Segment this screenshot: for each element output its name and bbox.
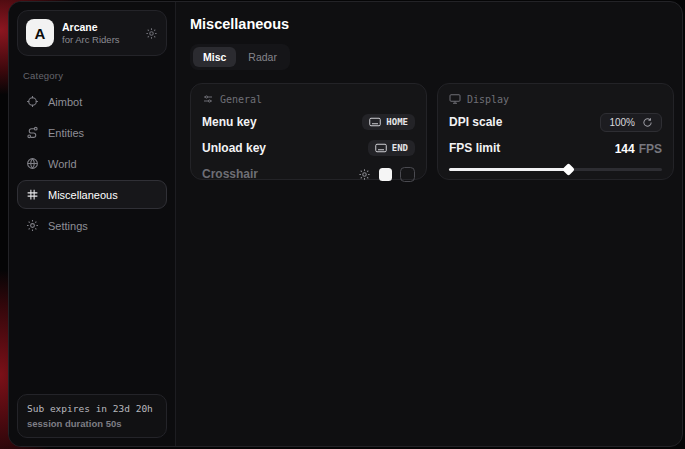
refresh-icon — [642, 117, 653, 128]
slider-fill — [449, 168, 568, 171]
sidebar: A Arcane for Arc Riders Category — [9, 2, 176, 446]
sidebar-item-aimbot[interactable]: Aimbot — [17, 87, 167, 116]
slider-thumb[interactable] — [562, 163, 575, 176]
app-window: A Arcane for Arc Riders Category — [8, 1, 683, 447]
brand-text: Arcane for Arc Riders — [62, 21, 137, 45]
unload-key-row: Unload key END — [202, 139, 415, 157]
general-card-title: General — [220, 94, 262, 105]
tab-radar[interactable]: Radar — [238, 47, 287, 67]
tab-bar: Misc Radar — [190, 44, 290, 70]
gear-icon — [26, 219, 39, 232]
display-card-title: Display — [467, 94, 509, 105]
unload-key-label: Unload key — [202, 141, 266, 155]
menu-key-label: Menu key — [202, 115, 257, 129]
crosshair-color-swatch[interactable] — [379, 168, 392, 181]
dpi-scale-label: DPI scale — [449, 115, 502, 129]
menu-key-value: HOME — [386, 117, 408, 127]
fps-limit-value: 144 — [615, 142, 635, 156]
dpi-scale-select[interactable]: 100% — [600, 113, 662, 132]
app-title: Arcane — [62, 21, 137, 33]
crosshair-checkbox[interactable] — [400, 167, 415, 182]
sliders-icon — [202, 93, 214, 105]
main-content: Miscellaneous Misc Radar General — [176, 2, 683, 446]
session-duration-text: session duration 50s — [27, 418, 157, 429]
sidebar-item-label: Settings — [48, 220, 88, 232]
gear-icon[interactable] — [145, 27, 158, 40]
crosshair-settings-gear-icon[interactable] — [358, 168, 371, 181]
crosshair-row: Crosshair — [202, 165, 415, 183]
fps-limit-label: FPS limit — [449, 141, 500, 155]
crosshair-controls — [358, 167, 415, 182]
subscription-status-box: Sub expires in 23d 20h session duration … — [17, 394, 167, 438]
globe-icon — [26, 157, 39, 170]
menu-key-row: Menu key HOME — [202, 113, 415, 131]
sidebar-item-entities[interactable]: Entities — [17, 118, 167, 147]
sidebar-item-label: Entities — [48, 127, 84, 139]
unload-key-bind-button[interactable]: END — [368, 140, 415, 156]
general-card-header: General — [202, 93, 415, 105]
fps-limit-slider[interactable] — [449, 163, 662, 171]
menu-key-bind-button[interactable]: HOME — [362, 114, 415, 130]
sidebar-item-miscellaneous[interactable]: Miscellaneous — [17, 180, 167, 209]
sidebar-item-label: World — [48, 158, 77, 170]
sidebar-nav: Aimbot Entities — [17, 87, 167, 240]
fps-limit-row: FPS limit 144FPS — [449, 139, 662, 157]
general-card: General Menu key HOME — [190, 83, 427, 180]
app-logo: A — [26, 19, 54, 47]
keyboard-icon — [369, 117, 381, 127]
sub-expires-text: Sub expires in 23d 20h — [27, 403, 157, 414]
brand-card: A Arcane for Arc Riders — [17, 10, 167, 56]
route-icon — [26, 126, 39, 139]
app-subtitle: for Arc Riders — [62, 34, 137, 45]
dpi-scale-row: DPI scale 100% — [449, 113, 662, 131]
sidebar-spacer — [17, 240, 167, 394]
keyboard-icon — [375, 143, 387, 153]
crosshair-icon — [26, 95, 39, 108]
fps-limit-value-wrap: 144FPS — [615, 139, 662, 157]
monitor-icon — [449, 93, 461, 105]
grid-icon — [26, 188, 39, 201]
cards-row: General Menu key HOME — [190, 83, 674, 180]
dpi-scale-value: 100% — [609, 117, 635, 128]
sidebar-item-world[interactable]: World — [17, 149, 167, 178]
sidebar-item-label: Miscellaneous — [48, 189, 118, 201]
page-title: Miscellaneous — [190, 16, 674, 32]
fps-limit-unit: FPS — [639, 142, 662, 156]
display-card: Display DPI scale 100% — [437, 83, 674, 180]
crosshair-label: Crosshair — [202, 167, 258, 181]
sidebar-item-label: Aimbot — [48, 96, 82, 108]
display-card-header: Display — [449, 93, 662, 105]
tab-misc[interactable]: Misc — [193, 47, 236, 67]
unload-key-value: END — [392, 143, 408, 153]
sidebar-item-settings[interactable]: Settings — [17, 211, 167, 240]
category-label: Category — [23, 70, 167, 81]
